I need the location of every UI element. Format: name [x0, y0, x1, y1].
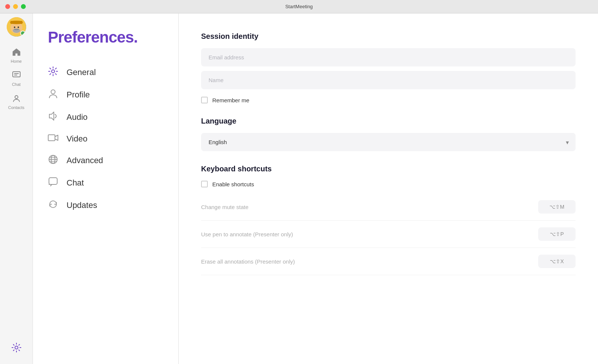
session-identity-section: Session identity Remember me [201, 32, 576, 103]
session-identity-title: Session identity [201, 32, 576, 41]
svg-point-4 [14, 27, 15, 28]
menu-item-advanced[interactable]: Advanced [48, 149, 163, 172]
menu-item-updates[interactable]: Updates [48, 194, 163, 217]
shortcut-erase-key: ⌥⇧X [538, 255, 576, 268]
shortcut-pen: Use pen to annotate (Presenter only) ⌥⇧P [201, 221, 576, 248]
icon-sidebar: Home Chat Contacts [0, 13, 33, 364]
enable-shortcuts-label: Enable shortcuts [212, 181, 254, 187]
video-icon [48, 134, 58, 144]
sidebar-settings[interactable] [0, 339, 33, 358]
window-controls [5, 4, 26, 9]
shortcut-pen-label: Use pen to annotate (Presenter only) [201, 231, 293, 237]
contacts-icon [12, 94, 21, 104]
svg-rect-15 [48, 135, 55, 141]
svg-point-6 [13, 28, 20, 33]
language-section: Language English Spanish French German J… [201, 117, 576, 151]
settings-icon [11, 342, 22, 354]
shortcut-mute: Change mute state ⌥⇧M [201, 193, 576, 221]
menu-item-video[interactable]: Video [48, 128, 163, 149]
svg-point-12 [52, 70, 55, 73]
shortcut-mute-label: Change mute state [201, 204, 249, 210]
email-input[interactable] [201, 48, 576, 66]
name-input[interactable] [201, 71, 576, 89]
shortcut-pen-key: ⌥⇧P [538, 227, 576, 241]
language-title: Language [201, 117, 576, 125]
keyboard-shortcuts-title: Keyboard shortcuts [201, 165, 576, 173]
svg-point-5 [18, 27, 19, 28]
shortcut-erase-label: Erase all annotations (Presenter only) [201, 258, 295, 265]
app-title: StartMeeting [285, 4, 313, 9]
chat-icon [12, 71, 21, 81]
menu-item-updates-label: Updates [67, 200, 97, 210]
svg-rect-7 [13, 72, 20, 77]
enable-shortcuts-checkbox[interactable] [201, 181, 208, 187]
menu-item-chat-label: Chat [67, 178, 84, 188]
svg-point-11 [15, 346, 18, 349]
remember-me-checkbox[interactable] [201, 97, 208, 103]
preferences-title: Preferences. [48, 28, 163, 46]
home-icon [12, 48, 21, 57]
audio-icon [48, 111, 58, 123]
contacts-label: Contacts [8, 105, 24, 110]
keyboard-shortcuts-section: Keyboard shortcuts Enable shortcuts Chan… [201, 165, 576, 275]
remember-me-row: Remember me [201, 97, 576, 103]
shortcut-erase: Erase all annotations (Presenter only) ⌥… [201, 248, 576, 275]
globe-icon [48, 155, 58, 167]
close-button[interactable] [5, 4, 10, 9]
menu-item-audio[interactable]: Audio [48, 106, 163, 128]
shortcut-list: Change mute state ⌥⇧M Use pen to annotat… [201, 193, 576, 275]
svg-point-13 [51, 90, 55, 94]
online-status-dot [20, 31, 25, 36]
svg-marker-14 [49, 112, 54, 120]
menu-item-profile[interactable]: Profile [48, 84, 163, 106]
sidebar-item-chat[interactable]: Chat [0, 67, 33, 90]
title-bar: StartMeeting [0, 0, 598, 13]
sidebar-item-home[interactable]: Home [0, 44, 33, 67]
maximize-button[interactable] [21, 4, 26, 9]
svg-rect-21 [49, 178, 57, 184]
svg-point-10 [15, 96, 18, 99]
remember-me-label: Remember me [212, 97, 249, 103]
person-icon [48, 89, 58, 101]
menu-sidebar: Preferences. General Profile [33, 13, 179, 364]
chat-bubble-icon [48, 177, 58, 189]
language-select-wrapper: English Spanish French German Japanese C… [201, 133, 576, 151]
svg-rect-3 [10, 21, 22, 24]
menu-item-video-label: Video [67, 134, 87, 144]
menu-item-advanced-label: Advanced [67, 156, 103, 165]
shortcut-mute-key: ⌥⇧M [538, 200, 576, 214]
sidebar-item-contacts[interactable]: Contacts [0, 90, 33, 113]
minimize-button[interactable] [13, 4, 18, 9]
gear-icon [48, 66, 58, 78]
home-label: Home [11, 59, 22, 63]
language-select[interactable]: English Spanish French German Japanese C… [201, 133, 576, 151]
refresh-icon [48, 199, 58, 211]
menu-item-general-label: General [67, 68, 96, 77]
app-layout: Home Chat Contacts [0, 13, 598, 364]
menu-item-chat[interactable]: Chat [48, 172, 163, 194]
menu-item-general[interactable]: General [48, 61, 163, 84]
main-content: Session identity Remember me Language En… [179, 13, 598, 364]
menu-item-audio-label: Audio [67, 112, 87, 122]
enable-shortcuts-row: Enable shortcuts [201, 181, 576, 187]
avatar[interactable] [7, 17, 26, 37]
chat-label: Chat [12, 82, 21, 87]
menu-item-profile-label: Profile [67, 90, 90, 100]
